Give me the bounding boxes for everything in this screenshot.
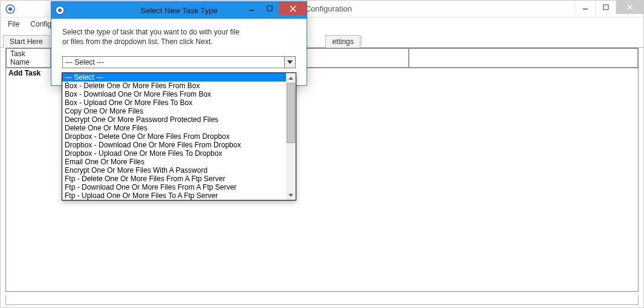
tab-settings[interactable]: ettings [325, 35, 360, 48]
dropdown-option[interactable]: Ftp - Upload One Or More Files To A Ftp … [62, 191, 286, 200]
svg-marker-13 [288, 77, 293, 80]
svg-point-1 [8, 7, 12, 11]
dialog-app-icon [55, 5, 65, 15]
dialog-close-button[interactable] [279, 2, 307, 15]
column-task-name[interactable]: Task Name [6, 48, 51, 68]
dropdown-option[interactable]: Box - Upload One Or More Files To Box [62, 98, 286, 107]
dropdown-option[interactable]: Box - Download One Or More Files From Bo… [62, 90, 286, 98]
dropdown-option[interactable]: Dropbox - Download One Or More Files Fro… [62, 141, 286, 149]
dialog-instruction-line1: Select the type of task that you want to… [62, 28, 239, 36]
svg-rect-9 [267, 6, 272, 11]
dropdown-option[interactable]: Email One Or More Files [62, 158, 286, 166]
dropdown-option[interactable]: Box - Delete One Or More Files From Box [62, 82, 286, 90]
task-type-dropdown-list[interactable]: --- Select ---Box - Delete One Or More F… [62, 72, 296, 201]
svg-marker-12 [287, 60, 293, 64]
close-button[interactable] [616, 1, 643, 14]
dialog-window-controls [242, 2, 307, 15]
dialog-instruction: Select the type of task that you want to… [62, 27, 296, 47]
svg-rect-3 [603, 5, 608, 10]
scroll-up-icon[interactable] [286, 73, 296, 83]
task-type-dropdown[interactable]: --- Select --- [62, 56, 296, 68]
app-icon [5, 4, 15, 14]
chevron-down-icon[interactable] [284, 57, 295, 68]
dialog-instruction-line2: or files from the dropdown list. Then cl… [62, 37, 213, 46]
dropdown-option[interactable]: Ftp - Delete One Or More Files From A Ft… [62, 175, 286, 183]
dialog-maximize-button[interactable] [261, 2, 279, 15]
minimize-button[interactable] [574, 1, 595, 14]
dropdown-option[interactable]: Encrypt One Or More Files With A Passwor… [62, 166, 286, 175]
scroll-thumb[interactable] [287, 83, 295, 143]
dropdown-option[interactable]: Dropbox - Upload One Or More Files To Dr… [62, 149, 286, 158]
column-3[interactable] [409, 48, 638, 68]
task-type-dropdown-text: --- Select --- [63, 58, 284, 66]
dropdown-option[interactable]: Delete One Or More Files [62, 124, 286, 132]
status-bar [5, 295, 639, 305]
dropdown-option[interactable]: Decrypt One Or More Password Protected F… [62, 115, 286, 124]
dropdown-option[interactable]: Ftp - Download One Or More Files From A … [62, 183, 286, 191]
dialog-minimize-button[interactable] [242, 2, 261, 15]
dropdown-scrollbar[interactable] [286, 73, 296, 200]
dropdown-option[interactable]: Dropbox - Delete One Or More Files From … [62, 132, 286, 141]
dialog-titlebar[interactable]: Select New Task Type [51, 2, 307, 19]
dropdown-options: --- Select ---Box - Delete One Or More F… [62, 73, 286, 200]
dropdown-option[interactable]: --- Select --- [62, 73, 286, 82]
main-window-controls [574, 1, 643, 14]
tab-divider [361, 36, 362, 45]
svg-marker-14 [288, 194, 293, 197]
maximize-button[interactable] [595, 1, 616, 14]
dropdown-option[interactable]: Copy One Or More Files [62, 107, 286, 115]
menu-file[interactable]: File [3, 19, 24, 30]
tab-start-here[interactable]: Start Here [3, 35, 50, 48]
scroll-track[interactable] [286, 83, 296, 190]
svg-point-7 [58, 8, 62, 12]
scroll-down-icon[interactable] [286, 190, 296, 200]
